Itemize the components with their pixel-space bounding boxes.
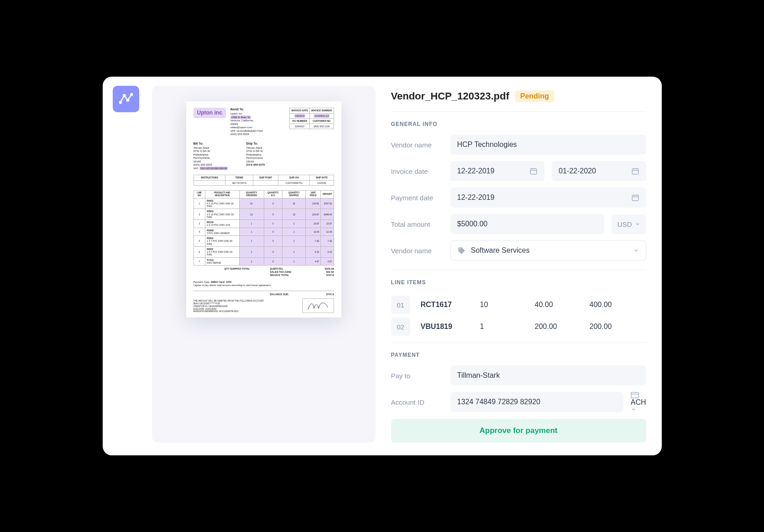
doc-remit-title: Remit To: xyxy=(230,108,285,111)
calendar-icon xyxy=(631,193,639,202)
svg-rect-4 xyxy=(530,169,537,174)
label-category: Vendor name xyxy=(391,247,443,255)
label-account-id: Account ID xyxy=(391,398,443,406)
credit-card-icon xyxy=(631,392,639,398)
document-preview-pane: Upton inc Remit To: Upton Inc 2386 E Mai… xyxy=(152,86,376,443)
doc-signature xyxy=(302,298,334,313)
line-items-list: 01RCT16171040.00400.0002VBU18191200.0020… xyxy=(391,296,646,339)
svg-rect-8 xyxy=(632,169,638,174)
doc-payment-note: Payment Type: AMEX Card: 1234 I agree to… xyxy=(194,281,334,287)
doc-bill-to: Bill To: Tillman-Stark 3741 N 5th St Phi… xyxy=(194,142,228,171)
doc-company-name: Upton inc xyxy=(194,108,226,118)
section-general: GENERAL INFO xyxy=(391,121,646,127)
input-total-amount[interactable]: $5000.00 xyxy=(450,214,604,234)
select-category[interactable]: Software Services xyxy=(450,240,646,261)
approve-button[interactable]: Approve for payment xyxy=(391,419,646,443)
line-item-sku[interactable]: RCT1617 xyxy=(415,296,470,314)
doc-remit-block: Remit To: Upton Inc 2386 E Main St Ventu… xyxy=(230,108,285,136)
divider xyxy=(391,111,646,112)
section-payment: PAYMENT xyxy=(391,352,646,358)
calendar-icon xyxy=(631,167,639,175)
doc-fine-print: THE AMOUNT WILL BE DEBITED FROM THE FOLL… xyxy=(194,300,265,313)
chevron-down-icon xyxy=(631,407,636,412)
details-panel: Vendor_HCP_120323.pdf Pending GENERAL IN… xyxy=(376,77,662,455)
label-invoice-date: Invoice date xyxy=(391,167,443,175)
line-item-index: 01 xyxy=(391,296,410,314)
label-pay-to: Pay to xyxy=(391,372,443,380)
input-pay-to[interactable]: Tillman-Stark xyxy=(450,365,646,386)
svg-point-0 xyxy=(119,101,121,104)
chevron-down-icon xyxy=(633,247,639,254)
svg-point-1 xyxy=(123,94,126,97)
app-logo[interactable] xyxy=(113,86,139,112)
svg-point-3 xyxy=(131,94,133,96)
svg-rect-12 xyxy=(632,195,638,201)
line-item-qty[interactable]: 1 xyxy=(474,318,524,336)
line-item-total[interactable]: 400.00 xyxy=(584,296,646,314)
input-account-id[interactable]: 1324 74849 72829 82920 xyxy=(450,392,623,412)
line-item-total[interactable]: 200.00 xyxy=(584,318,646,336)
label-payment-date: Payment date xyxy=(391,194,443,202)
svg-point-2 xyxy=(126,99,129,101)
input-vendor-name[interactable]: HCP Technologies xyxy=(450,135,646,155)
doc-meta: INVOICE DATEINVOICE NUMBER 13/20/1911234… xyxy=(289,108,334,136)
network-icon xyxy=(119,92,133,106)
doc-terms-table: INSTRUCTIONSTERMSSHIP POINTSHIP VIASHIP … xyxy=(194,175,334,186)
app-card: Upton inc Remit To: Upton Inc 2386 E Mai… xyxy=(103,77,662,455)
side-rail xyxy=(103,77,144,455)
line-item-row: 02VBU18191200.00200.00 xyxy=(391,318,646,336)
line-item-row: 01RCT16171040.00400.00 xyxy=(391,296,646,314)
currency-select[interactable]: USD xyxy=(612,214,646,234)
line-item-qty[interactable]: 10 xyxy=(474,296,524,314)
line-item-sku[interactable]: VBU1819 xyxy=(415,318,470,336)
line-item-price[interactable]: 40.00 xyxy=(529,296,579,314)
payment-method-select[interactable]: ACH xyxy=(631,392,646,412)
doc-lines-table: LINE NOPRODUCT AND DESCRIPTIONQUANTITY O… xyxy=(194,190,334,266)
line-item-index: 02 xyxy=(391,318,410,336)
section-line-items: LINE ITEMS xyxy=(391,279,646,286)
input-payment-date[interactable]: 12-22-2019 xyxy=(450,188,646,208)
label-vendor-name: Vendor name xyxy=(391,141,443,149)
invoice-document[interactable]: Upton inc Remit To: Upton Inc 2386 E Mai… xyxy=(186,101,341,318)
calendar-icon xyxy=(529,167,538,175)
divider xyxy=(391,270,646,270)
label-total-amount: Total amount xyxy=(391,220,443,228)
doc-totals: QTY SHIPPED TOTALSUBTOTAL5225.28 SALES T… xyxy=(194,267,334,277)
input-due-date[interactable]: 01-22-2020 xyxy=(552,161,646,181)
line-item-price[interactable]: 200.00 xyxy=(529,318,579,336)
chevron-down-icon xyxy=(635,221,640,227)
svg-rect-16 xyxy=(631,392,638,398)
status-badge: Pending xyxy=(515,90,555,102)
input-invoice-date[interactable]: 12-22-2019 xyxy=(450,161,545,181)
tag-icon xyxy=(457,246,466,255)
divider xyxy=(391,342,646,343)
file-title: Vendor_HCP_120323.pdf xyxy=(391,90,509,102)
doc-ship-to: Ship To: Tillman-Stark 3741 N 5th St Phi… xyxy=(246,142,265,171)
